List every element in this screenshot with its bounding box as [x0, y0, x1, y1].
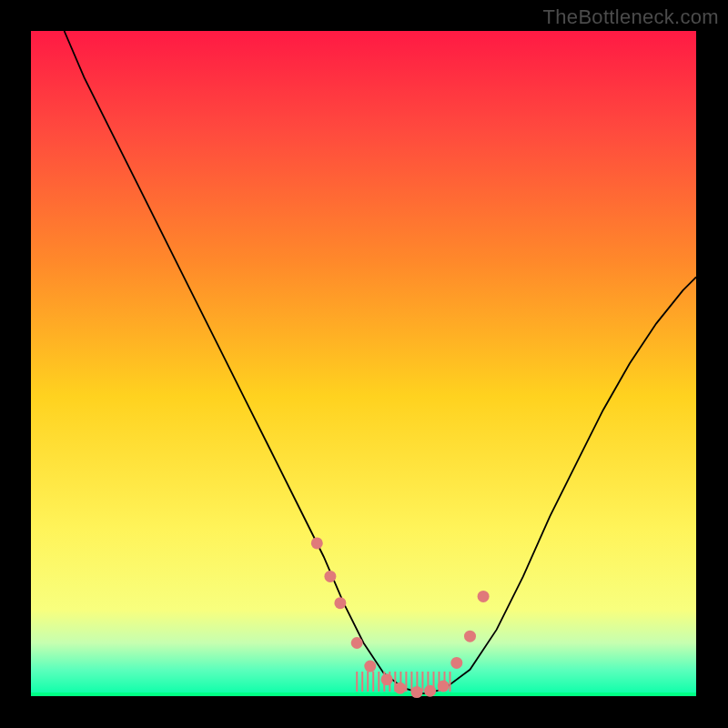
- highlight-dot: [411, 686, 423, 698]
- highlight-dot: [394, 682, 406, 694]
- highlight-dot: [324, 571, 336, 582]
- highlight-dot: [464, 631, 476, 642]
- highlight-dot: [478, 591, 490, 602]
- curve-layer: [0, 0, 728, 728]
- highlight-dot: [311, 537, 323, 549]
- highlight-dot: [364, 661, 376, 672]
- highlight-dot: [381, 673, 393, 685]
- highlight-dot: [334, 597, 346, 609]
- highlight-dot: [438, 681, 450, 693]
- bottleneck-curve: [65, 31, 696, 693]
- highlight-dot: [450, 657, 462, 669]
- highlight-dot: [424, 685, 436, 697]
- highlight-dot: [351, 637, 363, 649]
- chart-container: { "watermark": "TheBottleneck.com", "fra…: [0, 0, 728, 728]
